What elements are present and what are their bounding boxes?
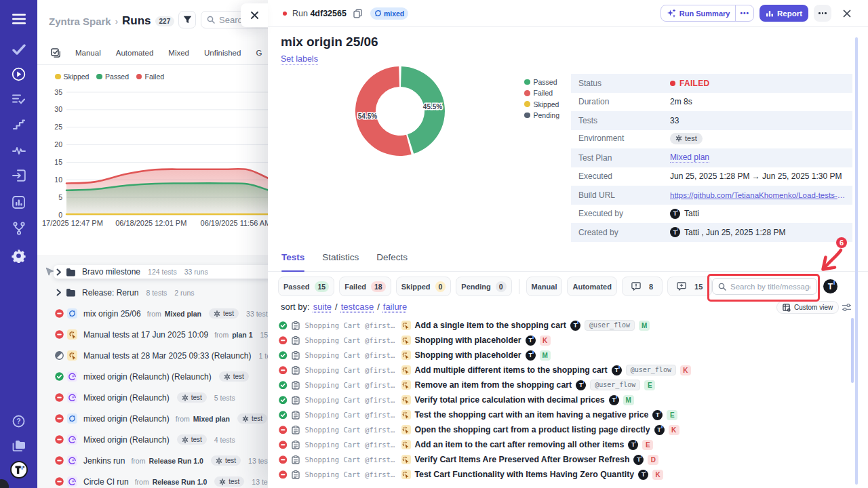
status-filter-button[interactable]: Skipped0 bbox=[396, 277, 452, 296]
type-filter-button[interactable]: Automated bbox=[567, 277, 616, 296]
list-check-icon[interactable] bbox=[0, 89, 37, 109]
activity-icon[interactable] bbox=[0, 140, 37, 161]
folders-icon[interactable] bbox=[0, 436, 37, 456]
run-name[interactable]: Manual tests at 17 Jun 2025 10:09 bbox=[83, 330, 208, 340]
copy-icon[interactable] bbox=[353, 9, 362, 18]
status-filter-button[interactable]: Pending0 bbox=[456, 277, 511, 296]
comments-add-filter-button[interactable]: 15 bbox=[667, 277, 712, 296]
menu-icon[interactable] bbox=[0, 9, 37, 29]
play-circle-icon[interactable] bbox=[0, 64, 37, 84]
test-title[interactable]: Add a single item to the shopping cart bbox=[415, 321, 566, 330]
run-row[interactable]: Jenkins run from Release Run 1.0 test 13… bbox=[54, 450, 269, 471]
drawer-tab[interactable]: Statistics bbox=[322, 252, 359, 271]
test-title[interactable]: Add an item to the cart after removing a… bbox=[415, 440, 625, 449]
run-plan-link[interactable]: Mixed plan bbox=[193, 415, 230, 423]
help-circle-icon[interactable]: ? bbox=[0, 411, 37, 431]
run-name[interactable]: Jenkins run bbox=[83, 456, 125, 466]
run-row[interactable]: Release: Rerun 8 tests 2 runs bbox=[54, 282, 269, 303]
run-summary-more-button[interactable]: ••• bbox=[735, 5, 753, 21]
sidebar-avatar[interactable] bbox=[0, 460, 37, 479]
sort-failure-link[interactable]: failure bbox=[383, 302, 407, 312]
run-name[interactable]: Bravo milestone bbox=[82, 267, 140, 277]
test-row[interactable]: Shopping Cart @first… Remove an item fro… bbox=[268, 378, 851, 392]
test-row[interactable]: Shopping Cart @first… Open the shopping … bbox=[268, 422, 851, 437]
test-row[interactable]: Shopping Cart @first… Test the shopping … bbox=[268, 407, 851, 422]
run-summary-button[interactable]: Run Summary ••• bbox=[660, 5, 754, 22]
list-scrollbar[interactable] bbox=[851, 318, 854, 383]
status-filter-button[interactable]: Failed18 bbox=[339, 277, 391, 296]
drawer-search[interactable] bbox=[712, 278, 817, 295]
run-name[interactable]: Release: Rerun bbox=[82, 288, 138, 298]
status-filter-button[interactable]: Passed15 bbox=[278, 277, 334, 296]
run-row[interactable]: mixed origin (Relaunch) from Mixed plan … bbox=[54, 408, 269, 429]
test-suite[interactable]: Shopping Cart @first… bbox=[305, 441, 395, 449]
drawer-scrollbar[interactable] bbox=[855, 37, 858, 485]
select-all-icon[interactable] bbox=[51, 48, 60, 58]
page-tab[interactable]: Unfinished bbox=[204, 49, 241, 57]
test-suite[interactable]: Shopping Cart @first… bbox=[305, 381, 395, 389]
run-name[interactable]: Mixed origin (Relaunch) bbox=[83, 435, 170, 445]
chevron-right-icon[interactable] bbox=[55, 289, 62, 296]
page-tab[interactable]: G bbox=[256, 49, 262, 57]
breadcrumb-app[interactable]: Zyntra Spark bbox=[49, 16, 111, 27]
test-suite[interactable]: Shopping Cart @first… bbox=[305, 396, 395, 404]
sort-suite-link[interactable]: suite bbox=[313, 302, 332, 312]
import-icon[interactable] bbox=[0, 165, 37, 186]
drawer-tab[interactable]: Tests bbox=[281, 252, 304, 271]
more-options-button[interactable] bbox=[814, 5, 831, 22]
drawer-close-tab[interactable] bbox=[241, 3, 268, 27]
test-row[interactable]: Shopping Cart @first… Add a single item … bbox=[268, 318, 851, 333]
test-suite[interactable]: Shopping Cart @first… bbox=[305, 455, 395, 464]
gear-icon[interactable] bbox=[0, 245, 37, 266]
user-avatar[interactable]: T bbox=[823, 279, 837, 293]
branch-icon[interactable] bbox=[0, 218, 37, 239]
run-name[interactable]: Mixed origin (Relaunch) bbox=[83, 393, 170, 403]
comments-filter-button[interactable]: 8 bbox=[622, 277, 663, 296]
test-plan-link[interactable]: Mixed plan bbox=[670, 152, 709, 163]
test-title[interactable]: Shopping with placeholder bbox=[415, 350, 521, 360]
test-suite[interactable]: Shopping Cart @first… bbox=[305, 351, 395, 359]
drawer-tab[interactable]: Defects bbox=[376, 252, 408, 271]
run-row[interactable]: Circle CI run from Release Run 1.0 test … bbox=[54, 471, 269, 488]
run-row[interactable]: Manual tests at 28 Mar 2025 09:33 (Relau… bbox=[54, 345, 269, 366]
type-filter-button[interactable]: Manual bbox=[526, 277, 563, 296]
run-row[interactable]: Manual tests at 17 Jun 2025 10:09 from p… bbox=[54, 324, 269, 345]
run-row[interactable]: mix origin 25/06 from Mixed plan test 33… bbox=[54, 303, 269, 324]
page-tab[interactable]: Automated bbox=[116, 49, 154, 57]
page-tab[interactable]: Mixed bbox=[168, 49, 189, 57]
run-type-badge[interactable]: mixed bbox=[370, 7, 408, 20]
sort-testcase-link[interactable]: testcase bbox=[341, 302, 374, 312]
test-title[interactable]: Shopping with placeholder bbox=[415, 336, 521, 345]
run-plan-link[interactable]: plan 1 bbox=[232, 331, 252, 339]
custom-view-button[interactable]: Custom view bbox=[776, 301, 839, 314]
run-plan-link[interactable]: Release Run 1.0 bbox=[153, 478, 208, 486]
test-suite[interactable]: Shopping Cart @first… bbox=[305, 411, 395, 419]
build-url-link[interactable]: https://github.com/TetianaKhomenko/Load-… bbox=[670, 186, 848, 204]
run-name[interactable]: Manual tests at 28 Mar 2025 09:33 (Relau… bbox=[83, 351, 251, 361]
run-row[interactable]: Mixed origin (Relaunch) test 4 tests bbox=[54, 429, 269, 450]
page-tab[interactable]: Manual bbox=[75, 49, 101, 57]
run-name[interactable]: Circle CI run bbox=[83, 477, 129, 487]
filter-button[interactable] bbox=[178, 11, 196, 28]
test-title[interactable]: Open the shopping cart from a product li… bbox=[415, 425, 650, 434]
run-name[interactable]: mix origin 25/06 bbox=[83, 309, 141, 319]
test-title[interactable]: Add multiple different items to the shop… bbox=[415, 365, 608, 375]
test-title[interactable]: Verify total price calculation with deci… bbox=[415, 395, 605, 405]
test-suite[interactable]: Shopping Cart @first… bbox=[305, 321, 395, 329]
corner-bubble[interactable] bbox=[0, 479, 9, 488]
steps-icon[interactable] bbox=[0, 115, 37, 135]
set-labels-link[interactable]: Set labels bbox=[281, 54, 318, 65]
test-suite[interactable]: Shopping Cart @first… bbox=[305, 426, 395, 434]
test-title[interactable]: Verify Cart Items Are Preserved After Br… bbox=[415, 455, 630, 464]
test-title[interactable]: Remove an item from the shopping cart bbox=[415, 380, 572, 390]
test-row[interactable]: Shopping Cart @first… Test Cart Function… bbox=[268, 467, 851, 482]
bar-chart-icon[interactable] bbox=[0, 192, 37, 212]
test-search-input[interactable] bbox=[730, 283, 810, 291]
test-title[interactable]: Test Cart Functionality with Items Havin… bbox=[415, 470, 635, 479]
run-plan-link[interactable]: Mixed plan bbox=[165, 310, 201, 318]
test-suite[interactable]: Shopping Cart @first… bbox=[305, 366, 395, 374]
report-button[interactable]: Report bbox=[760, 5, 808, 22]
run-row[interactable]: Mixed origin (Relaunch) test 5 tests bbox=[54, 387, 269, 408]
run-row[interactable]: mixed origin (Relaunch) (Relaunch) test bbox=[54, 366, 269, 387]
chevron-right-icon[interactable] bbox=[55, 268, 62, 276]
